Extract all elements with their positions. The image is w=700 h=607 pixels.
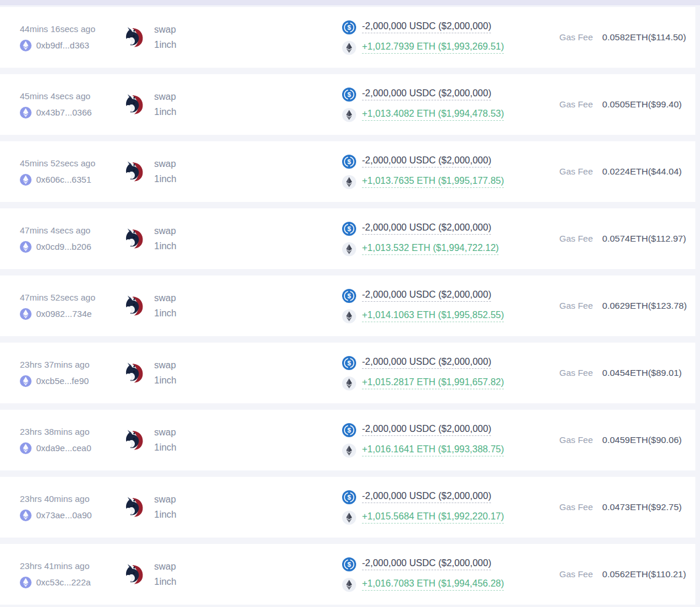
transaction-row: 23hrs 41mins ago 0xc53c...222a — [0, 544, 695, 605]
transaction-hash-link[interactable]: 0x43b7...0366 — [20, 107, 124, 118]
gas-fee-label: Gas Fee — [559, 502, 593, 512]
transaction-hash[interactable]: 0x43b7...0366 — [36, 107, 92, 117]
token-in-amount[interactable]: +1,012.7939 ETH ($1,993,269.51) — [362, 41, 504, 54]
ethereum-network-icon — [20, 174, 32, 186]
usdc-icon: $ — [342, 423, 356, 437]
gas-column: Gas Fee 0.0629ETH($123.78) — [559, 301, 687, 311]
transaction-type-label: swap — [154, 159, 176, 169]
transaction-hash-link[interactable]: 0xb9df...d363 — [20, 40, 124, 51]
usdc-icon: $ — [342, 356, 356, 370]
usdc-icon: $ — [342, 289, 356, 303]
gas-fee-label: Gas Fee — [559, 368, 593, 378]
1inch-unicorn-icon — [124, 94, 145, 116]
gas-fee-label: Gas Fee — [559, 166, 593, 176]
token-in-line: +1,013.7635 ETH ($1,995,177.85) — [342, 175, 559, 189]
protocol-column: swap 1inch — [124, 427, 342, 453]
token-out-amount[interactable]: -2,000,000 USDC ($2,000,000) — [362, 222, 491, 235]
token-in-line: +1,013.4082 ETH ($1,994,478.53) — [342, 108, 559, 122]
token-out-line: $ -2,000,000 USDC ($2,000,000) — [342, 557, 559, 571]
transaction-hash[interactable]: 0x73ae...0a90 — [36, 510, 92, 520]
svg-text:$: $ — [347, 225, 351, 232]
gas-column: Gas Fee 0.0562ETH($110.21) — [559, 569, 686, 580]
transaction-hash[interactable]: 0xda9e...cea0 — [36, 443, 91, 453]
token-in-amount[interactable]: +1,013.7635 ETH ($1,995,177.85) — [362, 176, 504, 188]
transaction-type-label: swap — [154, 494, 176, 505]
transaction-hash[interactable]: 0x0982...734e — [36, 309, 92, 319]
top-bar — [0, 0, 700, 5]
transaction-row: 47mins 4secs ago 0x0cd9...b206 — [0, 208, 695, 269]
transaction-type-label: swap — [154, 360, 176, 371]
transaction-hash[interactable]: 0xcb5e...fe90 — [36, 376, 89, 386]
ethereum-network-icon — [20, 442, 32, 454]
protocol-labels: swap 1inch — [154, 159, 176, 184]
token-in-amount[interactable]: +1,014.1063 ETH ($1,995,852.55) — [362, 310, 504, 322]
transaction-hash[interactable]: 0xc53c...222a — [36, 577, 90, 587]
token-out-amount[interactable]: -2,000,000 USDC ($2,000,000) — [362, 357, 491, 369]
transaction-hash[interactable]: 0x606c...6351 — [36, 175, 91, 184]
transaction-row: 23hrs 37mins ago 0xcb5e...fe90 — [0, 343, 695, 403]
eth-icon — [342, 511, 356, 525]
transaction-row: 47mins 52secs ago 0x0982...734e — [0, 275, 695, 336]
gas-fee-label: Gas Fee — [559, 435, 593, 445]
transaction-type-label: swap — [154, 25, 176, 35]
amounts-column: $ -2,000,000 USDC ($2,000,000) +1,016.16… — [342, 423, 559, 458]
1inch-unicorn-icon — [124, 27, 145, 48]
transaction-time: 45mins 4secs ago — [20, 91, 124, 101]
eth-icon — [342, 578, 356, 592]
transaction-hash-link[interactable]: 0x606c...6351 — [20, 174, 124, 186]
token-in-amount[interactable]: +1,015.2817 ETH ($1,991,657.82) — [362, 377, 504, 389]
gas-fee-value: 0.0454ETH($89.01) — [603, 368, 682, 378]
transaction-hash-link[interactable]: 0x0982...734e — [20, 308, 124, 320]
amounts-column: $ -2,000,000 USDC ($2,000,000) +1,013.76… — [342, 155, 559, 189]
time-hash-column: 23hrs 37mins ago 0xcb5e...fe90 — [20, 360, 124, 387]
token-out-amount[interactable]: -2,000,000 USDC ($2,000,000) — [362, 491, 491, 503]
token-out-amount[interactable]: -2,000,000 USDC ($2,000,000) — [362, 155, 491, 168]
transaction-hash-link[interactable]: 0xda9e...cea0 — [20, 442, 124, 454]
token-in-amount[interactable]: +1,016.1641 ETH ($1,993,388.75) — [362, 444, 504, 456]
amounts-column: $ -2,000,000 USDC ($2,000,000) +1,012.79… — [342, 20, 559, 55]
token-in-amount[interactable]: +1,016.7083 ETH ($1,994,456.28) — [362, 578, 504, 591]
time-hash-column: 47mins 4secs ago 0x0cd9...b206 — [20, 225, 124, 253]
eth-icon — [342, 376, 356, 390]
gas-column: Gas Fee 0.0459ETH($90.06) — [559, 435, 682, 445]
transaction-row: 45mins 4secs ago 0x43b7...0366 — [0, 74, 695, 135]
token-in-amount[interactable]: +1,013.532 ETH ($1,994,722.12) — [362, 243, 499, 255]
svg-text:$: $ — [347, 24, 351, 31]
eth-icon — [342, 175, 356, 189]
amounts-column: $ -2,000,000 USDC ($2,000,000) +1,014.10… — [342, 289, 559, 323]
gas-column: Gas Fee 0.0574ETH($112.97) — [559, 233, 686, 244]
transaction-time: 44mins 16secs ago — [20, 24, 124, 34]
transaction-time: 47mins 4secs ago — [20, 225, 124, 235]
protocol-name-label: 1inch — [154, 375, 176, 386]
token-out-amount[interactable]: -2,000,000 USDC ($2,000,000) — [362, 424, 491, 436]
token-out-amount[interactable]: -2,000,000 USDC ($2,000,000) — [362, 558, 491, 570]
token-out-amount[interactable]: -2,000,000 USDC ($2,000,000) — [362, 289, 491, 302]
token-out-amount[interactable]: -2,000,000 USDC ($2,000,000) — [362, 88, 491, 100]
transaction-hash[interactable]: 0x0cd9...b206 — [36, 242, 91, 252]
usdc-icon: $ — [342, 490, 356, 504]
1inch-unicorn-icon — [124, 497, 145, 518]
time-hash-column: 47mins 52secs ago 0x0982...734e — [20, 292, 124, 320]
token-in-amount[interactable]: +1,015.5684 ETH ($1,992,220.17) — [362, 511, 504, 524]
gas-fee-value: 0.0562ETH($110.21) — [603, 569, 687, 580]
usdc-icon: $ — [342, 88, 356, 102]
token-in-line: +1,013.532 ETH ($1,994,722.12) — [342, 242, 559, 256]
transaction-hash-link[interactable]: 0xcb5e...fe90 — [20, 375, 124, 387]
protocol-column: swap 1inch — [124, 561, 342, 587]
token-in-amount[interactable]: +1,013.4082 ETH ($1,994,478.53) — [362, 109, 504, 121]
ethereum-network-icon — [20, 40, 32, 51]
token-out-line: $ -2,000,000 USDC ($2,000,000) — [342, 88, 559, 102]
transaction-hash[interactable]: 0xb9df...d363 — [36, 40, 89, 50]
time-hash-column: 23hrs 41mins ago 0xc53c...222a — [20, 561, 124, 588]
transaction-hash-link[interactable]: 0xc53c...222a — [20, 577, 124, 588]
ethereum-network-icon — [20, 107, 32, 118]
token-out-amount[interactable]: -2,000,000 USDC ($2,000,000) — [362, 21, 491, 33]
amounts-column: $ -2,000,000 USDC ($2,000,000) +1,013.40… — [342, 88, 559, 122]
amounts-column: $ -2,000,000 USDC ($2,000,000) +1,016.70… — [342, 557, 559, 592]
transaction-hash-link[interactable]: 0x73ae...0a90 — [20, 510, 124, 521]
protocol-column: swap 1inch — [124, 494, 342, 520]
transaction-type-label: swap — [154, 561, 176, 572]
protocol-labels: swap 1inch — [154, 92, 176, 117]
transaction-type-label: swap — [154, 226, 176, 236]
transaction-hash-link[interactable]: 0x0cd9...b206 — [20, 241, 124, 253]
